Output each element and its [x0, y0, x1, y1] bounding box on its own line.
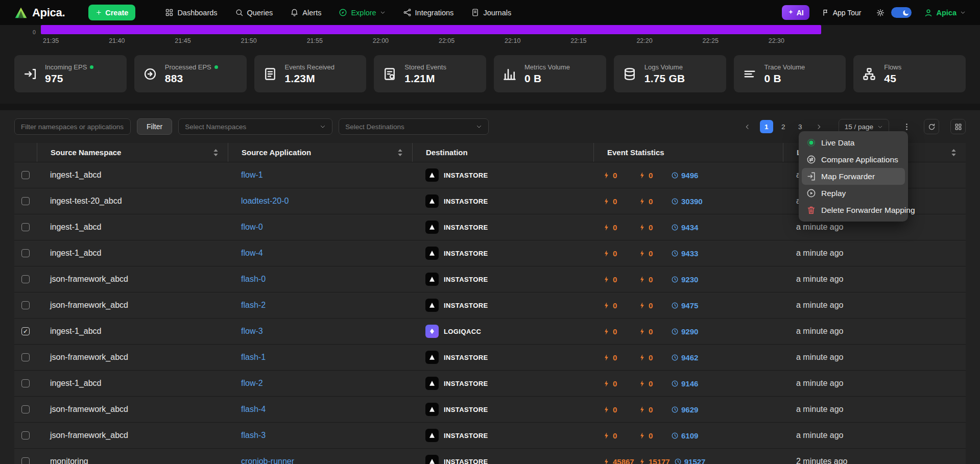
clock-icon — [671, 432, 679, 439]
table-row[interactable]: json-framework_abcd flash-0 INSTASTORE — [14, 266, 966, 292]
row-checkbox[interactable] — [21, 301, 30, 309]
source-application-link[interactable]: cronjob-runner — [241, 457, 294, 464]
sort-icon[interactable] — [951, 149, 957, 156]
context-menu-item[interactable]: Delete Forwarder Mapping — [802, 202, 905, 218]
app-tour-button[interactable]: App Tour — [822, 9, 862, 17]
row-checkbox[interactable] — [21, 405, 30, 413]
source-application-link[interactable]: flow-0 — [241, 223, 263, 231]
row-checkbox[interactable] — [21, 275, 30, 283]
sort-icon[interactable] — [397, 149, 403, 156]
account-menu[interactable]: Apica — [924, 8, 966, 17]
stat-3: 9146 — [671, 379, 698, 388]
light-mode-button[interactable] — [874, 6, 887, 19]
table-row[interactable]: ingest-1_abcd flow-2 INSTASTORE — [14, 371, 966, 397]
destination-icon — [425, 325, 439, 338]
stat-card: Stored Events 1.21M — [374, 55, 486, 92]
nav-item[interactable]: Journals — [471, 8, 511, 17]
row-checkbox[interactable] — [21, 353, 30, 361]
destination-icon — [425, 299, 439, 312]
context-menu-item[interactable]: Live Data — [802, 134, 905, 151]
instastore-icon — [428, 457, 436, 464]
create-button[interactable]: Create — [88, 5, 135, 20]
stat-card-label: Events Received — [285, 63, 335, 71]
refresh-button[interactable] — [924, 119, 939, 134]
clock-icon — [671, 276, 679, 283]
brand[interactable]: Apica. — [14, 6, 65, 19]
context-menu-item[interactable]: Replay — [802, 185, 905, 202]
row-checkbox[interactable] — [21, 171, 30, 179]
source-application-link[interactable]: flow-1 — [241, 170, 263, 179]
source-namespace-cell: monitoring — [37, 457, 228, 464]
source-application-link[interactable]: flow-4 — [241, 249, 263, 257]
instastore-icon — [428, 379, 436, 387]
stat-1: 0 — [603, 171, 634, 180]
nav-item[interactable]: Queries — [235, 8, 273, 17]
stat-3: 9230 — [671, 275, 698, 284]
source-namespace-cell: ingest-1_abcd — [37, 170, 228, 180]
destination-icon — [425, 168, 439, 182]
row-checkbox[interactable] — [21, 197, 30, 205]
lightning-icon — [603, 380, 610, 387]
sort-icon[interactable] — [213, 149, 219, 156]
source-namespace-cell: ingest-1_abcd — [37, 223, 228, 232]
filter-button[interactable]: Filter — [137, 118, 172, 135]
namespaces-select[interactable]: Select Namespaces — [178, 118, 332, 135]
ai-button[interactable]: AI — [782, 5, 809, 20]
row-checkbox[interactable] — [21, 223, 30, 231]
nav-item[interactable]: Dashboards — [165, 8, 217, 17]
source-application-link[interactable]: flash-2 — [241, 301, 266, 309]
stat-3: 91527 — [674, 457, 706, 464]
x-axis-tick: 22:10 — [505, 37, 520, 44]
filter-input[interactable] — [14, 118, 131, 135]
table-row[interactable]: json-framework_abcd flash-2 INSTASTORE — [14, 292, 966, 319]
table-row[interactable]: json-framework_abcd flash-1 INSTASTORE — [14, 345, 966, 371]
row-checkbox[interactable] — [21, 379, 30, 387]
source-application-link[interactable]: flash-1 — [241, 353, 266, 361]
source-application-link[interactable]: flash-0 — [241, 275, 266, 283]
source-application-link[interactable]: flash-3 — [241, 431, 266, 439]
lightning-icon — [638, 328, 646, 335]
table-row[interactable]: json-framework_abcd flash-4 INSTASTORE — [14, 397, 966, 423]
context-menu-item[interactable]: Compare Applications — [802, 151, 905, 168]
stat-1: 0 — [603, 223, 634, 232]
prev-page-button[interactable] — [742, 120, 754, 133]
stat-3: 9462 — [671, 353, 698, 362]
stat-3: 30390 — [671, 197, 703, 206]
table-row[interactable]: monitoring cronjob-runner INSTASTORE — [14, 449, 966, 464]
table-row[interactable]: json-framework_abcd flash-3 INSTASTORE — [14, 423, 966, 449]
context-menu-item-icon — [806, 138, 816, 148]
page-button[interactable]: 2 — [777, 120, 790, 133]
stat-card: Trace Volume 0 B — [734, 55, 846, 92]
table-row[interactable]: ingest-1_abcd flow-3 LOGIQACC — [14, 319, 966, 345]
nav-item-icon — [471, 8, 480, 17]
source-application-link[interactable]: flow-2 — [241, 379, 263, 387]
lightning-icon — [638, 354, 646, 361]
table-row[interactable]: ingest-1_abcd flow-4 INSTASTORE — [14, 240, 966, 266]
row-checkbox[interactable] — [21, 457, 30, 464]
context-menu-item[interactable]: Map Forwarder — [802, 168, 905, 185]
source-application-link[interactable]: flash-4 — [241, 405, 266, 413]
grid-view-button[interactable] — [950, 119, 966, 134]
stat-1: 0 — [603, 275, 634, 284]
stat-card: Flows 45 — [853, 55, 966, 92]
nav-item[interactable]: Integrations — [403, 8, 454, 17]
source-application-link[interactable]: loadtest-20-0 — [241, 197, 289, 205]
destinations-select[interactable]: Select Destinations — [339, 118, 489, 135]
row-checkbox[interactable] — [21, 249, 30, 257]
col-source-namespace[interactable]: Source Namespace — [37, 143, 228, 162]
row-checkbox[interactable] — [21, 431, 30, 439]
stat-card-label: Trace Volume — [764, 63, 805, 71]
dark-mode-toggle[interactable] — [891, 7, 912, 18]
stat-3: 9496 — [671, 171, 698, 180]
stat-card: Metrics Volume 0 B — [494, 55, 606, 92]
nav-item[interactable]: Explore — [339, 8, 385, 17]
col-source-application[interactable]: Source Application — [228, 143, 412, 162]
page-button[interactable]: 1 — [760, 120, 773, 133]
instastore-icon — [428, 249, 436, 257]
source-application-link[interactable]: flow-3 — [241, 327, 263, 335]
stat-card-icon — [503, 67, 517, 81]
row-checkbox[interactable] — [21, 327, 30, 335]
nav-item[interactable]: Alerts — [290, 8, 321, 17]
stat-2: 0 — [638, 301, 667, 310]
context-menu-item-icon — [806, 172, 816, 181]
